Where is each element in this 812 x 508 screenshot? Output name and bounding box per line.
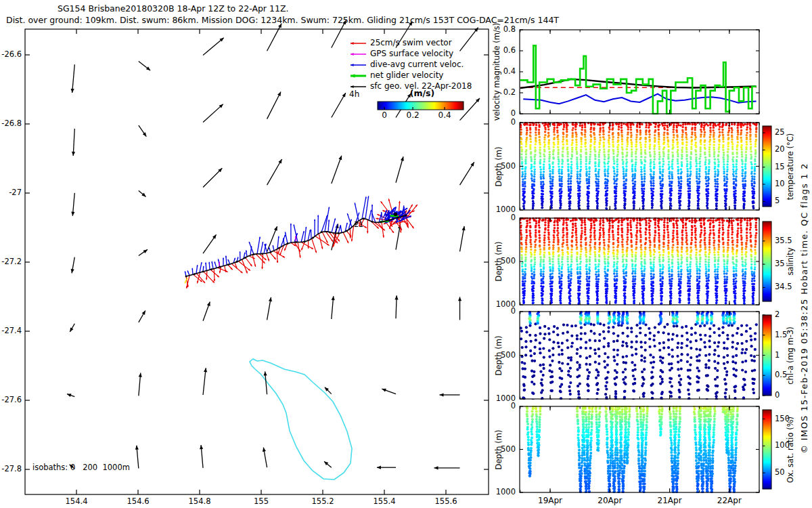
temperature-ytick-label: 0 bbox=[486, 118, 516, 127]
salinity-colorbar-tick: 35 bbox=[775, 259, 785, 268]
salinity-colorbar bbox=[763, 221, 771, 301]
glider-mission-figure: SG154 Brisbane20180320B 18-Apr 12Z to 22… bbox=[0, 0, 812, 508]
map-xtick-label: 155 bbox=[254, 497, 269, 506]
map-xtick-label: 155.2 bbox=[312, 497, 334, 506]
oxygen-colorbar-tick: 50 bbox=[775, 468, 785, 477]
time-xtick-label: 21Apr bbox=[658, 496, 682, 505]
salinity-colorbar-tick: 34.5 bbox=[775, 282, 792, 291]
map-ytick-label: -27.2 bbox=[0, 257, 22, 266]
velocity-colorbar-title: (m/s) bbox=[410, 89, 434, 98]
oxygen-colorbar bbox=[763, 410, 771, 489]
velocity-colorbar-tick: 0.2 bbox=[407, 111, 420, 120]
temperature-colorbar-tick: 25 bbox=[775, 128, 785, 137]
velocity-colorbar-tick: 0 bbox=[382, 111, 387, 120]
oxygen-ytick-label: 1000 bbox=[486, 488, 516, 496]
map-xtick-label: 154.6 bbox=[127, 497, 150, 506]
legend-label: dive-avg current veloc. bbox=[370, 60, 464, 69]
chl-a-colorbar-tick: 1 bbox=[775, 351, 780, 360]
temperature-colorbar-tick: 10 bbox=[775, 179, 785, 188]
chl-a-colorbar-tick: 2 bbox=[775, 310, 780, 319]
vector-scale-label: 4h bbox=[349, 90, 359, 99]
map-ytick-label: -27.6 bbox=[0, 396, 22, 404]
map-xtick-label: 154.8 bbox=[189, 497, 211, 506]
temperature-ylabel: Depth (m) bbox=[494, 146, 503, 186]
chl-a-panel-box bbox=[520, 312, 759, 399]
salinity-colorbar-title: salinity bbox=[786, 247, 795, 275]
isobath-contour bbox=[250, 359, 352, 480]
oxygen-ytick-label: 0 bbox=[486, 402, 516, 410]
legend-label: net glider velocity bbox=[370, 71, 443, 80]
temperature-colorbar-tick: 5 bbox=[775, 196, 780, 205]
chl-a-colorbar-title: chl-a (mg m-3) bbox=[786, 326, 795, 384]
temperature-colorbar-tick: 20 bbox=[775, 145, 785, 154]
map-xtick-label: 154.4 bbox=[66, 497, 88, 506]
map-axes-box bbox=[25, 29, 489, 494]
salinity-ylabel: Depth (m) bbox=[494, 242, 503, 282]
velocity-ylabel: velocity magnitude (m/s) bbox=[492, 23, 501, 121]
temperature-colorbar-tick: 15 bbox=[775, 163, 785, 171]
dive-number-label: 21 bbox=[354, 221, 363, 229]
map-ytick-label: -27 bbox=[0, 188, 22, 197]
chl-a-colorbar-tick: 0 bbox=[775, 391, 780, 400]
oxygen-ylabel: Depth (m) bbox=[494, 429, 503, 469]
temperature-colorbar-title: temperature (°C) bbox=[786, 133, 795, 200]
time-xtick-label: 20Apr bbox=[597, 496, 622, 505]
velocity-colorbar bbox=[378, 102, 464, 110]
legend-label: 25cm/s swim vector bbox=[370, 39, 452, 47]
map-ytick-label: -26.8 bbox=[0, 119, 22, 128]
salinity-ytick-label: 0 bbox=[486, 213, 516, 222]
time-xtick-label: 19Apr bbox=[538, 496, 562, 505]
map-xtick-label: 155.4 bbox=[374, 497, 396, 506]
oxygen-colorbar-title: Ox. sat. ratio (%) bbox=[786, 416, 795, 482]
legend-label: GPS surface velocity bbox=[370, 49, 453, 58]
map-ytick-label: -27.4 bbox=[0, 326, 22, 335]
isobaths-label: isobaths: 0 200 1000m bbox=[32, 463, 130, 472]
map-ytick-label: -26.6 bbox=[0, 50, 22, 59]
velocity-colorbar-tick: 0.4 bbox=[438, 111, 451, 120]
credit-text: © IMOS 15-Feb-2019 05:38:25 Hobart time.… bbox=[799, 163, 809, 453]
chl-a-ylabel: Depth (m) bbox=[494, 335, 503, 375]
map-xtick-label: 155.6 bbox=[435, 497, 457, 506]
map-ytick-label: -27.8 bbox=[0, 465, 22, 473]
series-dive-avg-current bbox=[523, 94, 756, 104]
time-xtick-label: 22Apr bbox=[717, 496, 742, 505]
chl-a-ytick-label: 0 bbox=[486, 307, 516, 316]
salinity-colorbar-tick: 35.5 bbox=[775, 236, 792, 245]
temperature-colorbar bbox=[763, 126, 771, 207]
